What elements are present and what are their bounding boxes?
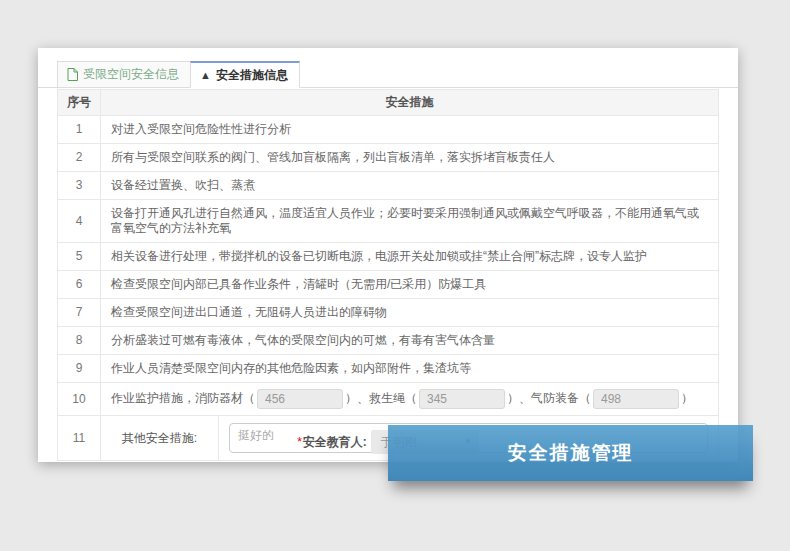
table-row: 6 检查受限空间内部已具备作业条件，清罐时（无需用/已采用）防爆工具	[58, 271, 719, 299]
row-no: 4	[58, 200, 101, 243]
row-monitoring-content: 作业监护措施，消防器材（）、救生绳（）、气防装备（）	[101, 383, 719, 416]
row-text: 设备打开通风孔进行自然通风，温度适宜人员作业；必要时要采用强制通风或佩戴空气呼吸…	[101, 200, 719, 243]
table-row: 5 相关设备进行处理，带搅拌机的设备已切断电源，电源开关处加锁或挂“禁止合闸”标…	[58, 243, 719, 271]
row-no: 7	[58, 299, 101, 327]
table-row: 8 分析盛装过可燃有毒液体，气体的受限空间内的可燃，有毒有害气体含量	[58, 327, 719, 355]
safety-measures-card: 受限空间安全信息 ▲ 安全措施信息 序号 安全措施 1 对进入受限空间危险性性进…	[38, 48, 738, 462]
row-text: 对进入受限空间危险性性进行分析	[101, 116, 719, 144]
row-text-prefix: 作业监护措施，消防器材（	[111, 391, 255, 405]
row-text: 检查受限空间内部已具备作业条件，清罐时（无需用/已采用）防爆工具	[101, 271, 719, 299]
warning-triangle-icon: ▲	[200, 70, 211, 81]
row-no: 6	[58, 271, 101, 299]
row-no: 2	[58, 144, 101, 172]
row-text: 分析盛装过可燃有毒液体，气体的受限空间内的可燃，有毒有害气体含量	[101, 327, 719, 355]
table-row: 7 检查受限空间进出口通道，无阻碍人员进出的障碍物	[58, 299, 719, 327]
gas-protection-input[interactable]	[593, 389, 679, 409]
row-text: 所有与受限空间联系的阀门、管线加盲板隔离，列出盲板清单，落实拆堵盲板责任人	[101, 144, 719, 172]
document-icon	[67, 68, 78, 81]
measures-table: 序号 安全措施 1 对进入受限空间危险性性进行分析 2 所有与受限空间联系的阀门…	[57, 89, 719, 461]
row-text: 作业人员清楚受限空间内存的其他危险因素，如内部附件，集渣坑等	[101, 355, 719, 383]
tab-label: 安全措施信息	[216, 67, 288, 84]
safety-educator-label: 安全教育人:	[303, 434, 367, 451]
page-title-banner: 安全措施管理	[388, 425, 753, 481]
row-no: 5	[58, 243, 101, 271]
table-row: 4 设备打开通风孔进行自然通风，温度适宜人员作业；必要时要采用强制通风或佩戴空气…	[58, 200, 719, 243]
tab-label: 受限空间安全信息	[83, 66, 179, 83]
row-text-mid1: ）、救生绳（	[345, 391, 417, 405]
row-no: 10	[58, 383, 101, 416]
required-asterisk: *	[297, 435, 302, 449]
table-row: 1 对进入受限空间危险性性进行分析	[58, 116, 719, 144]
fire-equipment-input[interactable]	[257, 389, 343, 409]
tab-safety-measures-info[interactable]: ▲ 安全措施信息	[190, 61, 300, 88]
table-row: 9 作业人员清楚受限空间内存的其他危险因素，如内部附件，集渣坑等	[58, 355, 719, 383]
tab-bar: 受限空间安全信息 ▲ 安全措施信息	[38, 48, 738, 88]
row-text: 检查受限空间进出口通道，无阻碍人员进出的障碍物	[101, 299, 719, 327]
tab-confined-space-info[interactable]: 受限空间安全信息	[57, 61, 190, 88]
row-no: 1	[58, 116, 101, 144]
row-text: 相关设备进行处理，带搅拌机的设备已切断电源，电源开关处加锁或挂“禁止合闸”标志牌…	[101, 243, 719, 271]
measures-table-wrap: 序号 安全措施 1 对进入受限空间危险性性进行分析 2 所有与受限空间联系的阀门…	[38, 88, 738, 461]
table-row: 2 所有与受限空间联系的阀门、管线加盲板隔离，列出盲板清单，落实拆堵盲板责任人	[58, 144, 719, 172]
header-measure: 安全措施	[101, 90, 719, 116]
lifeline-input[interactable]	[419, 389, 505, 409]
page: 受限空间安全信息 ▲ 安全措施信息 序号 安全措施 1 对进入受限空间危险性性进…	[0, 0, 790, 551]
row-text-suffix: ）	[681, 391, 693, 405]
row-no: 9	[58, 355, 101, 383]
row-text: 设备经过置换、吹扫、蒸煮	[101, 172, 719, 200]
table-row-monitoring-measures: 10 作业监护措施，消防器材（）、救生绳（）、气防装备（）	[58, 383, 719, 416]
row-no: 3	[58, 172, 101, 200]
row-text-mid2: ）、气防装备（	[507, 391, 591, 405]
table-header-row: 序号 安全措施	[58, 90, 719, 116]
row-no: 8	[58, 327, 101, 355]
header-no: 序号	[58, 90, 101, 116]
page-title: 安全措施管理	[508, 440, 634, 466]
table-row: 3 设备经过置换、吹扫、蒸煮	[58, 172, 719, 200]
